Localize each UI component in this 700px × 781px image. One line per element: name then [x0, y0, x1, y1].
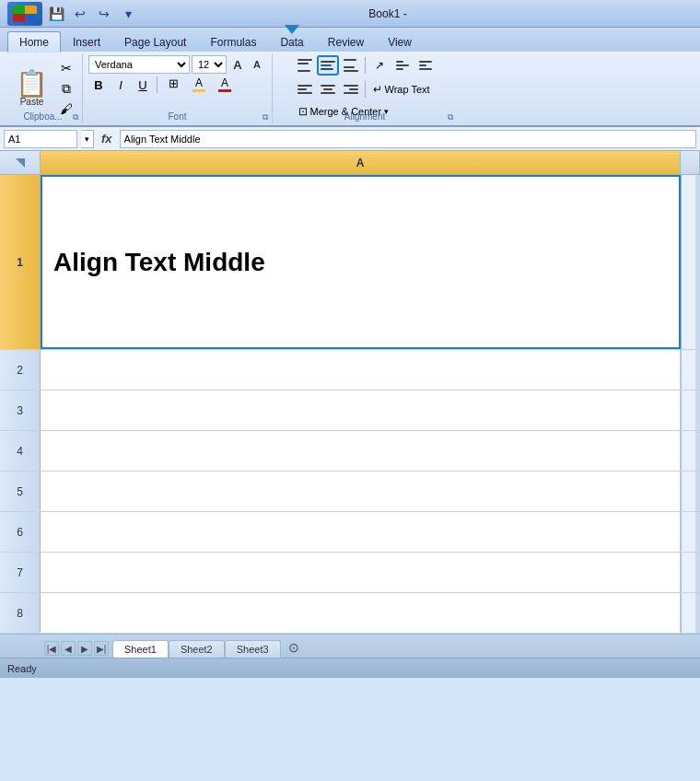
cut-button[interactable]: ✂	[56, 59, 76, 77]
cell-a2[interactable]	[41, 350, 681, 390]
underline-button[interactable]: U	[133, 76, 153, 94]
tab-home[interactable]: Home	[7, 31, 61, 52]
formula-input[interactable]	[120, 130, 696, 148]
table-row: 6	[0, 512, 700, 553]
font-color-button[interactable]: A	[213, 76, 237, 94]
font-row2: B I U ⊞ A A	[88, 76, 237, 94]
insert-sheet-button[interactable]: ⊙	[281, 637, 307, 658]
tab-view[interactable]: View	[376, 31, 424, 52]
customize-button[interactable]: ▾	[118, 4, 138, 24]
increase-indent-button[interactable]	[414, 55, 437, 76]
decrease-font-size-button[interactable]: A	[248, 55, 266, 74]
next-sheet-button[interactable]: ▶	[77, 641, 92, 656]
svg-marker-0	[16, 158, 25, 168]
clipboard-sub: ✂ ⧉ 🖌	[56, 59, 76, 118]
row-header-8[interactable]: 8	[0, 593, 41, 633]
fill-color-button[interactable]: A	[187, 76, 211, 94]
italic-button[interactable]: I	[111, 76, 131, 94]
clipboard-expand-icon[interactable]: ⧉	[71, 112, 80, 122]
sheet-tab-sheet2[interactable]: Sheet2	[169, 640, 225, 658]
row-7-extra	[681, 553, 695, 592]
last-sheet-button[interactable]: ▶|	[94, 641, 109, 656]
row-8-extra	[681, 593, 695, 633]
row-header-4[interactable]: 4	[0, 431, 41, 471]
save-button[interactable]: 💾	[46, 4, 66, 24]
row-header-7[interactable]: 7	[0, 553, 41, 592]
wrap-text-button[interactable]: ↵ Wrap Text	[368, 80, 435, 99]
cell-a7[interactable]	[41, 553, 681, 592]
borders-button[interactable]: ⊞	[161, 76, 185, 94]
row-header-3[interactable]: 3	[0, 390, 41, 430]
align-left-button[interactable]	[294, 79, 316, 99]
row-1-extra	[681, 175, 695, 349]
cell-reference: A1	[8, 134, 20, 145]
sheet-tab-sheet1[interactable]: Sheet1	[112, 640, 169, 658]
font-size-selector[interactable]: 12	[192, 55, 227, 74]
alignment-expand-icon[interactable]: ⧉	[446, 112, 455, 122]
prev-sheet-button[interactable]: ◀	[61, 641, 76, 656]
cell-a8[interactable]	[41, 593, 681, 633]
align-center-button[interactable]	[317, 79, 339, 99]
column-header-a[interactable]: A	[41, 151, 681, 175]
align-bottom-button[interactable]	[340, 55, 362, 76]
align-left-icon	[296, 82, 314, 97]
sheet-tab-sheet3[interactable]: Sheet3	[225, 640, 281, 658]
cell-a6[interactable]	[41, 512, 681, 552]
ribbon: 📋 Paste ✂ ⧉ 🖌 Clipboa... ⧉ Verdana 12	[0, 52, 700, 127]
select-all-icon	[16, 158, 25, 168]
clipboard-group: 📋 Paste ✂ ⧉ 🖌 Clipboa... ⧉	[4, 53, 83, 123]
tab-formulas[interactable]: Formulas	[198, 31, 268, 52]
column-header-b[interactable]	[681, 151, 700, 175]
fx-label[interactable]: fx	[101, 132, 112, 146]
orientation-button[interactable]: ↗	[368, 55, 391, 76]
tab-data[interactable]: Data	[268, 31, 315, 52]
redo-button[interactable]: ↪	[94, 4, 114, 24]
decrease-indent-button[interactable]	[391, 55, 414, 76]
window-title: Book1 -	[368, 7, 406, 20]
office-button[interactable]	[7, 2, 42, 26]
align-top-button[interactable]	[294, 55, 316, 76]
ribbon-tabs-bar: Home Insert Page Layout Formulas Data Re…	[0, 28, 700, 52]
align-row2: ↵ Wrap Text	[294, 79, 435, 99]
spreadsheet: A 1 Align Text Middle 2 3 4	[0, 151, 700, 634]
first-sheet-button[interactable]: |◀	[44, 641, 59, 656]
cell-a1[interactable]: Align Text Middle	[41, 175, 681, 349]
table-row: 2	[0, 350, 700, 390]
row-5-extra	[681, 472, 695, 511]
font-group: Verdana 12 A A B I U ⊞ A	[83, 53, 273, 123]
tab-review[interactable]: Review	[316, 31, 376, 52]
paste-label: Paste	[20, 97, 44, 107]
align-middle-button[interactable]	[317, 55, 339, 76]
name-box[interactable]: A1	[4, 130, 77, 148]
cell-a3[interactable]	[41, 390, 681, 430]
row-header-6[interactable]: 6	[0, 512, 41, 552]
font-expand-icon[interactable]: ⧉	[261, 112, 270, 122]
paste-icon: 📋	[16, 71, 48, 97]
row-header-1[interactable]: 1	[0, 175, 41, 349]
tab-insert[interactable]: Insert	[61, 31, 112, 52]
corner-cell[interactable]	[0, 151, 41, 175]
sheet-nav: |◀ ◀ ▶ ▶|	[41, 639, 112, 658]
cell-a5[interactable]	[41, 472, 681, 511]
align-top-icon	[296, 56, 314, 75]
quick-access-toolbar: 💾 ↩ ↪ ▾	[46, 4, 138, 24]
align-center-icon	[319, 82, 337, 97]
bold-button[interactable]: B	[88, 76, 109, 94]
cell-a4[interactable]	[41, 431, 681, 471]
office-logo	[13, 6, 37, 22]
increase-font-size-button[interactable]: A	[228, 55, 247, 74]
name-box-dropdown[interactable]: ▾	[81, 130, 94, 148]
row-6-extra	[681, 512, 695, 552]
row-header-2[interactable]: 2	[0, 350, 41, 390]
tab-page-layout[interactable]: Page Layout	[112, 31, 198, 52]
align-right-button[interactable]	[340, 79, 362, 99]
row-header-5[interactable]: 5	[0, 472, 41, 511]
paste-button[interactable]: 📋 Paste	[9, 66, 54, 111]
row-2-extra	[681, 350, 695, 390]
undo-button[interactable]: ↩	[70, 4, 90, 24]
wrap-text-icon: ↵	[373, 83, 382, 96]
font-name-selector[interactable]: Verdana	[88, 55, 190, 74]
font-color-indicator	[218, 89, 231, 92]
wrap-text-label: Wrap Text	[385, 84, 430, 95]
copy-button[interactable]: ⧉	[56, 79, 76, 98]
